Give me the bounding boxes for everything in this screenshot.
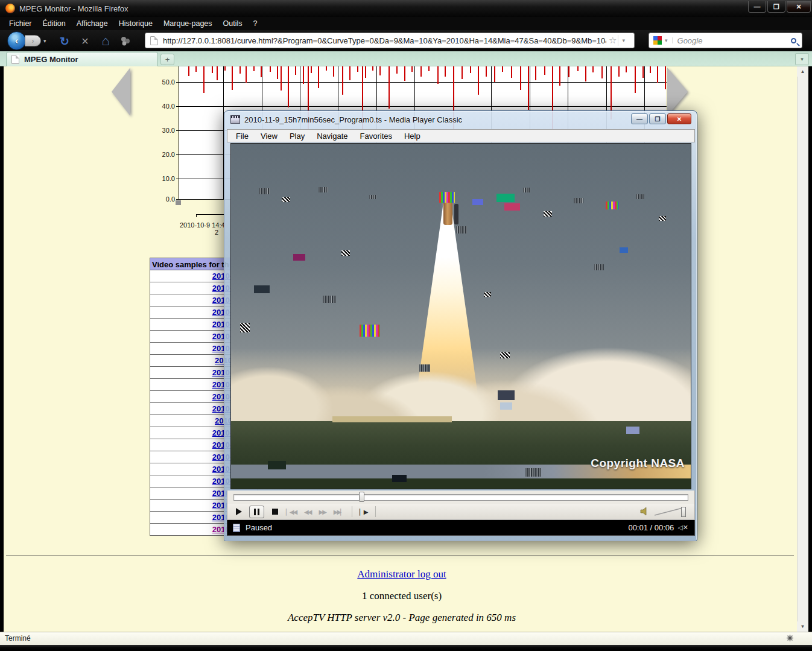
gridline (179, 82, 667, 83)
glitch-block (259, 188, 270, 194)
volume-slider[interactable] (653, 506, 685, 518)
glitch-block (341, 250, 350, 256)
minimize-button[interactable]: — (748, 1, 766, 13)
window-title: MPEG Monitor - Mozilla Firefox (19, 4, 128, 13)
menu-item--dition[interactable]: Édition (37, 18, 71, 29)
menu-item-fichier[interactable]: Fichier (4, 18, 37, 29)
menu-item-marque-pages[interactable]: Marque-pages (158, 18, 218, 29)
y-axis-tick (176, 199, 179, 200)
scrollbar-down-arrow[interactable]: ▼ (797, 621, 808, 632)
stop-button[interactable]: ✕ (78, 34, 92, 48)
search-box[interactable]: ▾ Google (649, 33, 802, 48)
seek-panel (227, 491, 695, 504)
menu-item-affichage[interactable]: Affichage (71, 18, 113, 29)
bookmark-star-icon[interactable]: ☆ (609, 35, 617, 46)
player-menu-item-navigate[interactable]: Navigate (311, 131, 354, 141)
tab-list-dropdown[interactable]: ▾ (795, 53, 809, 65)
url-dropdown-icon[interactable]: ▾ (618, 35, 629, 46)
error-spike (195, 66, 197, 72)
error-spike (626, 66, 627, 72)
stop-playback-button[interactable] (272, 509, 278, 515)
player-menu-item-play[interactable]: Play (284, 131, 311, 141)
menu-item-outils[interactable]: Outils (218, 18, 248, 29)
close-button[interactable]: ✕ (787, 1, 811, 13)
error-spike (585, 66, 586, 81)
url-text[interactable]: http://127.0.0.1:8081/curve.html?&Progra… (163, 36, 606, 45)
error-spike (239, 66, 241, 74)
error-spike (511, 66, 512, 78)
glitch-block (659, 216, 666, 221)
bug-icon[interactable] (785, 634, 795, 645)
error-spike (494, 66, 495, 82)
home-button[interactable]: ⌂ (98, 34, 113, 48)
error-spike (635, 66, 636, 93)
seek-bar[interactable] (233, 494, 688, 501)
search-engine-icon[interactable] (653, 36, 662, 45)
y-axis-label: 0.0 (151, 195, 175, 203)
history-dropdown-icon[interactable]: ▾ (43, 38, 46, 44)
player-maximize-button[interactable]: ❐ (649, 113, 666, 124)
back-button[interactable]: ‹ (7, 31, 26, 50)
page-scrollbar[interactable] (797, 66, 808, 632)
error-spike (396, 66, 398, 74)
glitch-block (240, 323, 250, 332)
volume-thumb[interactable] (681, 507, 686, 517)
search-icon[interactable] (791, 38, 796, 43)
new-tab-button[interactable]: + (160, 54, 174, 65)
frame-step-button[interactable]: ▏▶ (360, 509, 367, 515)
search-input[interactable]: Google (677, 36, 703, 45)
playback-status: Paused (246, 523, 272, 532)
player-titlebar[interactable]: 2010-11-9_15h7min56sec_Program0.ts - Med… (224, 111, 697, 128)
search-engine-dropdown-icon[interactable]: ▾ (665, 37, 673, 43)
menu-item-historique[interactable]: Historique (113, 18, 158, 29)
scrollbar-up-arrow[interactable]: ▲ (797, 66, 808, 77)
video-area[interactable]: Copyright NASA (230, 143, 691, 489)
pause-button[interactable] (249, 506, 264, 518)
fast-forward-button[interactable]: ▶▶ (319, 509, 325, 515)
tab-page-icon (11, 55, 19, 64)
seek-thumb[interactable] (359, 492, 364, 502)
x-axis-segment (196, 214, 225, 217)
next-period-arrow[interactable] (667, 68, 688, 116)
previous-period-arrow[interactable] (112, 68, 130, 116)
gridline (179, 106, 667, 107)
server-info-text: AccepTV HTTP server v2.0 - Page generate… (4, 612, 800, 624)
player-menu-item-help[interactable]: Help (398, 131, 427, 141)
toolbar-divider (375, 506, 376, 517)
page-icon (150, 36, 158, 45)
play-button[interactable] (236, 508, 242, 515)
admin-logout-link[interactable]: Administrator log out (4, 568, 800, 580)
tab-mpeg-monitor[interactable]: MPEG Monitor (6, 52, 158, 66)
skip-forward-button[interactable]: ▶▶▏ (334, 509, 344, 515)
error-spike (288, 66, 289, 107)
browser-menubar: FichierÉditionAffichageHistoriqueMarque-… (0, 17, 812, 30)
glitch-block (500, 352, 510, 358)
tab-label: MPEG Monitor (24, 55, 78, 64)
bookmarks-icon[interactable] (120, 36, 131, 49)
skip-back-button[interactable]: ▏◀◀ (286, 509, 296, 515)
error-spike (217, 66, 218, 80)
player-menu-item-favorites[interactable]: Favorites (354, 131, 398, 141)
error-spike (577, 66, 579, 71)
glitch-block (293, 254, 305, 261)
player-menu-item-view[interactable]: View (255, 131, 284, 141)
forward-button[interactable]: › (25, 35, 41, 46)
glitch-block (594, 264, 604, 270)
glitch-block (254, 285, 270, 293)
rewind-button[interactable]: ◀◀ (304, 509, 311, 515)
player-menu-item-file[interactable]: File (230, 131, 255, 141)
reload-button[interactable]: ↻ (57, 34, 72, 48)
player-minimize-button[interactable]: — (631, 113, 648, 124)
menu-item-?[interactable]: ? (248, 18, 263, 29)
divider (6, 555, 794, 556)
url-bar[interactable]: http://127.0.0.1:8081/curve.html?&Progra… (145, 33, 635, 48)
error-spike (357, 66, 358, 72)
glitch-block (574, 198, 583, 203)
y-axis-tick (176, 154, 179, 155)
error-spike (478, 66, 479, 95)
player-close-button[interactable]: ✕ (667, 113, 691, 124)
error-spike (502, 66, 503, 72)
speaker-icon[interactable] (640, 507, 650, 516)
media-file-icon (233, 524, 240, 532)
maximize-button[interactable]: ❐ (767, 1, 785, 13)
